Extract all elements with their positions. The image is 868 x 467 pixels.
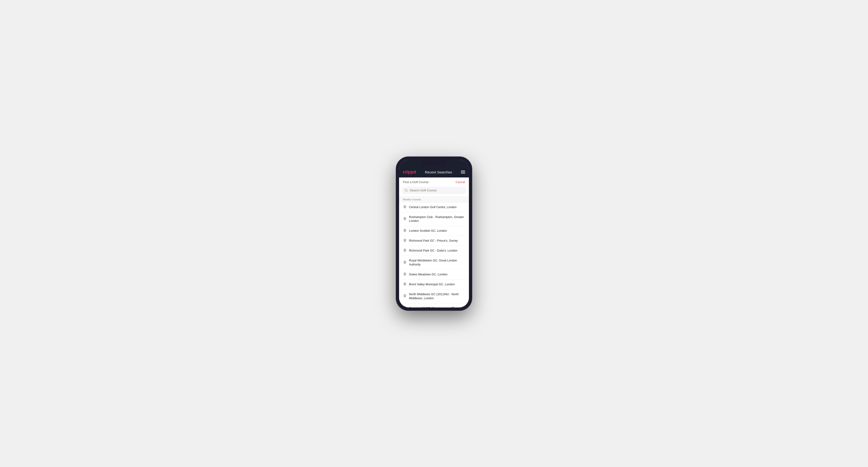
app-logo: clippd xyxy=(403,170,416,175)
nearby-courses-label: Nearby courses xyxy=(399,196,469,203)
course-name: Coombe Hill GC, Kingston upon Thames xyxy=(409,306,462,308)
course-name: London Scottish GC, London xyxy=(409,229,447,233)
nav-title: Recent Searches xyxy=(425,170,452,174)
location-pin-icon xyxy=(403,217,407,221)
course-list-item[interactable]: Royal Wimbledon GC, Great London Authori… xyxy=(399,256,469,270)
search-input-wrapper xyxy=(399,186,469,196)
search-header: Find a Golf Course Cancel xyxy=(399,178,469,186)
phone-screen: clippd Recent Searches Find a Golf Cours… xyxy=(399,160,469,308)
location-pin-icon xyxy=(403,205,407,209)
course-name: Dukes Meadows GC, London xyxy=(409,273,447,277)
content-area: Find a Golf Course Cancel Nearby xyxy=(399,178,469,308)
course-name: Richmond Park GC - Prince's, Surrey xyxy=(409,239,458,243)
course-list-item[interactable]: North Middlesex GC (1011942 - North Midd… xyxy=(399,289,469,304)
hamburger-menu-icon[interactable] xyxy=(461,170,465,174)
course-name: Brent Valley Municipal GC, London xyxy=(409,282,455,286)
nearby-courses-section: Nearby courses Central London Golf Centr… xyxy=(399,196,469,308)
location-pin-icon xyxy=(403,306,407,308)
course-name: Roehampton Club - Roehampton, Greater Lo… xyxy=(409,215,465,223)
location-pin-icon xyxy=(403,282,407,286)
location-pin-icon xyxy=(403,261,407,265)
phone-device: clippd Recent Searches Find a Golf Cours… xyxy=(396,157,472,310)
location-pin-icon xyxy=(403,294,407,298)
location-pin-icon xyxy=(403,249,407,253)
course-list-item[interactable]: London Scottish GC, London xyxy=(399,226,469,236)
course-name: North Middlesex GC (1011942 - North Midd… xyxy=(409,292,465,301)
location-pin-icon xyxy=(403,273,407,277)
search-input[interactable] xyxy=(410,189,463,192)
svg-line-1 xyxy=(407,191,408,191)
find-golf-course-label: Find a Golf Course xyxy=(403,180,429,184)
phone-shell: clippd Recent Searches Find a Golf Cours… xyxy=(396,157,472,310)
course-list-item[interactable]: Richmond Park GC - Duke's, London xyxy=(399,246,469,256)
course-name: Central London Golf Centre, London xyxy=(409,205,457,209)
course-list-item[interactable]: Roehampton Club - Roehampton, Greater Lo… xyxy=(399,212,469,226)
location-pin-icon xyxy=(403,229,407,233)
course-list: Central London Golf Centre, London Roeha… xyxy=(399,203,469,308)
phone-notch xyxy=(421,160,447,166)
course-name: Richmond Park GC - Duke's, London xyxy=(409,249,457,253)
course-list-item[interactable]: Richmond Park GC - Prince's, Surrey xyxy=(399,236,469,246)
location-pin-icon xyxy=(403,239,407,243)
course-list-item[interactable]: Coombe Hill GC, Kingston upon Thames xyxy=(399,304,469,308)
course-list-item[interactable]: Brent Valley Municipal GC, London xyxy=(399,280,469,289)
search-icon xyxy=(405,189,408,192)
course-list-item[interactable]: Dukes Meadows GC, London xyxy=(399,270,469,280)
course-name: Royal Wimbledon GC, Great London Authori… xyxy=(409,259,465,267)
course-list-item[interactable]: Central London Golf Centre, London xyxy=(399,203,469,212)
cancel-button[interactable]: Cancel xyxy=(456,180,465,184)
search-input-container xyxy=(402,187,466,194)
